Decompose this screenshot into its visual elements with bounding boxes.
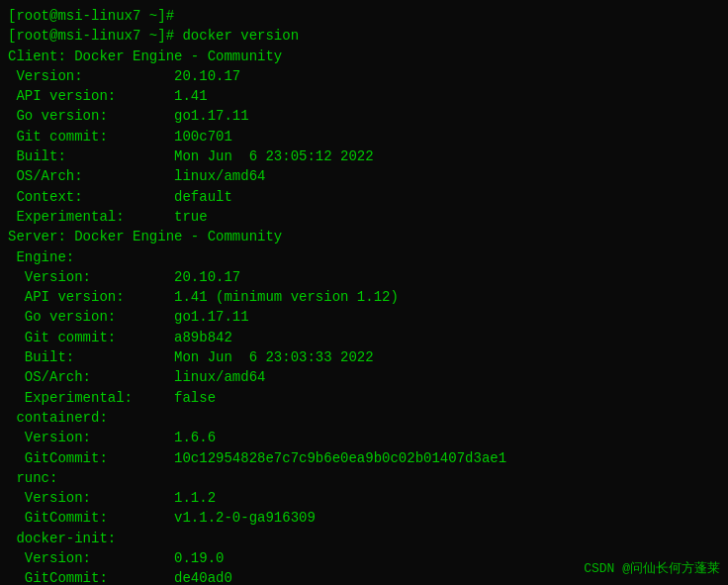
terminal-line: API version: 1.41 [8, 86, 720, 106]
terminal-line: Version: 20.10.17 [8, 267, 720, 287]
terminal-line: OS/Arch: linux/amd64 [8, 166, 720, 186]
terminal-line: API version: 1.41 (minimum version 1.12) [8, 287, 720, 307]
terminal-window: [root@msi-linux7 ~]#[root@msi-linux7 ~]#… [0, 0, 728, 585]
watermark: CSDN @问仙长何方蓬莱 [584, 559, 720, 577]
terminal-line: Version: 1.1.2 [8, 488, 720, 508]
terminal-line: Git commit: a89b842 [8, 328, 720, 347]
terminal-line: docker-init: [8, 529, 720, 548]
terminal-line: [root@msi-linux7 ~]# docker version [8, 26, 720, 46]
terminal-line: Context: default [8, 187, 720, 207]
terminal-line: Version: 1.6.6 [8, 428, 720, 447]
terminal-line: OS/Arch: linux/amd64 [8, 367, 720, 387]
terminal-line: Built: Mon Jun 6 23:03:33 2022 [8, 347, 720, 367]
terminal-line: Git commit: 100c701 [8, 127, 720, 146]
terminal-line: runc: [8, 468, 720, 488]
terminal-line: GitCommit: v1.1.2-0-ga916309 [8, 508, 720, 528]
terminal-line: Engine: [8, 247, 720, 267]
terminal-line: Go version: go1.17.11 [8, 106, 720, 126]
terminal-line: Client: Docker Engine - Community [8, 47, 720, 66]
terminal-line: Version: 20.10.17 [8, 66, 720, 86]
terminal-line: Experimental: true [8, 207, 720, 227]
terminal-line: Server: Docker Engine - Community [8, 227, 720, 246]
terminal-line: Built: Mon Jun 6 23:05:12 2022 [8, 146, 720, 166]
terminal-line: GitCommit: 10c12954828e7c7c9b6e0ea9b0c02… [8, 448, 720, 468]
terminal-line: Go version: go1.17.11 [8, 307, 720, 327]
terminal-line: Experimental: false [8, 388, 720, 408]
terminal-line: [root@msi-linux7 ~]# [8, 6, 720, 26]
terminal-line: containerd: [8, 408, 720, 428]
